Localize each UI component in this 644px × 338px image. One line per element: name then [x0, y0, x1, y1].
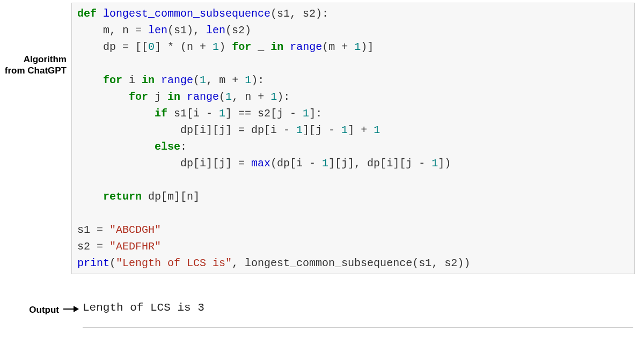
label-output: Output: [21, 304, 59, 315]
vars: m, n: [103, 24, 129, 36]
string-literal: "AEDFHR": [109, 240, 161, 253]
params: (s1, s2):: [270, 8, 328, 20]
arrow-icon: [63, 308, 78, 310]
string-literal: "ABCDGH": [109, 224, 161, 236]
code-block: def longest_common_subsequence(s1, s2): …: [71, 3, 635, 274]
label-algorithm-line2: from ChatGPT: [5, 65, 67, 76]
label-algorithm: Algorithm from ChatGPT: [0, 54, 67, 77]
builtin-print: print: [77, 257, 109, 269]
function-name: longest_common_subsequence: [103, 8, 270, 20]
output-text: Length of LCS is 3: [83, 302, 204, 314]
builtin-len: len: [148, 24, 167, 36]
label-algorithm-line1: Algorithm: [24, 54, 67, 64]
keyword-def: def: [77, 8, 97, 20]
builtin-max: max: [251, 157, 270, 170]
divider: [83, 327, 633, 328]
builtin-len: len: [206, 24, 225, 36]
